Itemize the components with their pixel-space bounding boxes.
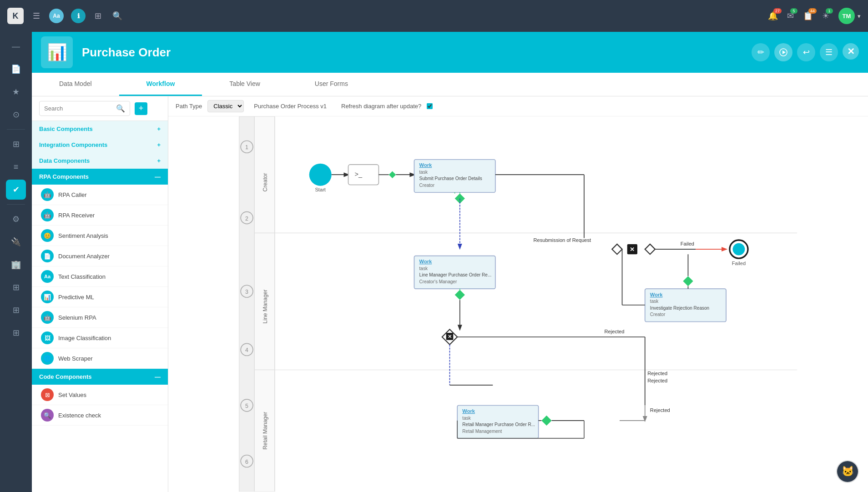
basic-components-expand-icon: + (157, 126, 161, 132)
data-components-expand-icon: + (157, 157, 161, 164)
sidebar-settings-icon[interactable]: ⊙ (6, 105, 26, 125)
svg-text:Line Manager Purchase Order Re: Line Manager Purchase Order Re... (419, 272, 492, 277)
sidebar-favorites-icon[interactable]: ★ (6, 82, 26, 102)
svg-text:✕: ✕ (448, 334, 452, 339)
svg-marker-44 (612, 244, 622, 254)
path-type-select[interactable]: Classic (207, 100, 244, 112)
edit-button[interactable]: ✏ (752, 43, 770, 61)
tab-data-model[interactable]: Data Model (32, 73, 119, 96)
sidebar-grid-icon[interactable]: ⊞ (6, 134, 26, 154)
svg-text:2: 2 (245, 216, 248, 222)
component-set-values[interactable]: ⊠ Set Values (32, 385, 168, 405)
clipboard-icon[interactable]: 📋 44 (803, 11, 813, 21)
code-components-label: Code Components (39, 373, 92, 380)
integration-components-header[interactable]: Integration Components + (32, 137, 168, 153)
mail-icon[interactable]: ✉ 5 (787, 11, 794, 21)
svg-text:5: 5 (245, 403, 248, 409)
svg-text:Retail Manager: Retail Manager (262, 412, 268, 450)
image-classification-icon: 🖼 (41, 331, 54, 344)
component-document-analyzer[interactable]: 📄 Document Analyzer (32, 246, 168, 266)
tab-table-view[interactable]: Table View (202, 73, 287, 96)
user-avatar-aa[interactable]: Aa (49, 9, 64, 23)
component-rpa-receiver[interactable]: 🤖 RPA Receiver (32, 205, 168, 226)
tab-workflow[interactable]: Workflow (119, 73, 202, 96)
user-profile[interactable]: TM ▾ (838, 8, 861, 24)
app-header: 📊 Purchase Order ✏ ↩ ☰ ✕ (32, 32, 868, 73)
menu-button[interactable]: ☰ (820, 43, 838, 61)
svg-text:task: task (462, 416, 471, 421)
selenium-rpa-icon: 🤖 (41, 311, 54, 324)
component-predictive-ml[interactable]: 📊 Predictive ML (32, 287, 168, 307)
svg-text:Investigate Rejection Reason: Investigate Rejection Reason (650, 306, 709, 311)
svg-text:Submit Purchase Order Details: Submit Purchase Order Details (419, 176, 482, 181)
component-selenium-rpa[interactable]: 🤖 Selenium RPA (32, 307, 168, 328)
sidebar-pages-icon[interactable]: 📄 (6, 59, 26, 79)
rpa-components-header[interactable]: RPA Components — (32, 169, 168, 185)
sidebar-layers-icon[interactable]: ≡ (6, 157, 26, 177)
svg-text:Creator: Creator (650, 312, 666, 317)
grid-icon[interactable]: ⊞ (93, 9, 103, 23)
tab-user-forms[interactable]: User Forms (288, 73, 375, 96)
svg-text:Rejected: Rejected (650, 407, 670, 413)
content-area: 📊 Purchase Order ✏ ↩ ☰ ✕ Data Model Work… (32, 32, 868, 492)
svg-text:Retail Management: Retail Management (462, 429, 502, 434)
data-components-header[interactable]: Data Components + (32, 153, 168, 169)
hamburger-icon[interactable]: ☰ (31, 9, 42, 23)
component-text-classification[interactable]: Aa Text Classification (32, 266, 168, 287)
sidebar-apps-icon[interactable]: ⊞ (6, 277, 26, 297)
search-nav-icon[interactable]: 🔍 (111, 9, 124, 23)
sidebar-apps3-icon[interactable]: ⊞ (6, 323, 26, 343)
chat-bubble-avatar: 🐱 (837, 461, 858, 482)
sidebar-apps2-icon[interactable]: ⊞ (6, 300, 26, 320)
search-input[interactable] (44, 105, 113, 112)
component-sentiment-analysis[interactable]: 😊 Sentiment Analysis (32, 226, 168, 246)
rpa-caller-icon: 🤖 (41, 188, 54, 201)
code-components-list: ⊠ Set Values 🔍 Existence check (32, 385, 168, 426)
app-header-icon: 📊 (41, 36, 73, 68)
chat-bubble[interactable]: 🐱 (836, 460, 859, 483)
svg-marker-29 (389, 171, 396, 178)
rpa-receiver-icon: 🤖 (41, 209, 54, 221)
left-panel: 🔍 + Basic Components + Integration Compo… (32, 96, 168, 492)
svg-text:Failed: Failed (732, 261, 746, 266)
component-web-scraper[interactable]: 🌐 Web Scraper (32, 348, 168, 369)
app-logo[interactable]: K (7, 8, 24, 24)
close-button[interactable]: ✕ (843, 43, 859, 60)
document-analyzer-icon: 📄 (41, 250, 54, 262)
revert-button[interactable]: ↩ (797, 43, 815, 61)
sidebar-collapse-icon[interactable]: — (6, 36, 26, 56)
run-button[interactable] (774, 43, 792, 61)
sidebar-separator-2 (7, 204, 25, 205)
sidebar-org-icon[interactable]: 🏢 (6, 255, 26, 275)
component-rpa-caller[interactable]: 🤖 RPA Caller (32, 185, 168, 205)
tabs-bar: Data Model Workflow Table View User Form… (32, 73, 868, 96)
sun-icon[interactable]: ☀ 1 (822, 11, 829, 21)
svg-rect-5 (239, 116, 254, 492)
svg-text:4: 4 (245, 347, 248, 353)
diagram-area: Path Type Classic Purchase Order Process… (168, 96, 868, 492)
refresh-checkbox[interactable] (427, 103, 433, 109)
code-components-header[interactable]: Code Components — (32, 369, 168, 385)
sidebar-config-icon[interactable]: ⚙ (6, 209, 26, 229)
sentiment-analysis-icon: 😊 (41, 229, 54, 242)
integration-components-expand-icon: + (157, 141, 161, 148)
component-image-classification[interactable]: 🖼 Image Classification (32, 328, 168, 348)
sidebar-check-icon[interactable]: ✔ (6, 180, 26, 200)
svg-text:task: task (419, 170, 428, 175)
notification-bell[interactable]: 🔔 27 (768, 11, 778, 21)
search-box: 🔍 (39, 101, 130, 116)
sidebar-plugin-icon[interactable]: 🔌 (6, 232, 26, 252)
info-badge[interactable]: ℹ (71, 9, 86, 23)
basic-components-header[interactable]: Basic Components + (32, 121, 168, 137)
predictive-ml-icon: 📊 (41, 291, 54, 303)
start-node[interactable] (309, 164, 332, 186)
workflow-diagram: 1 2 3 4 5 6 Creator Line Manager Retail … (168, 116, 868, 492)
workflow-content: 🔍 + Basic Components + Integration Compo… (32, 96, 868, 492)
svg-text:task: task (650, 299, 659, 304)
svg-text:Failed: Failed (681, 241, 694, 246)
svg-text:1: 1 (245, 144, 248, 151)
component-existence-check[interactable]: 🔍 Existence check (32, 405, 168, 426)
svg-text:Creator's Manager: Creator's Manager (419, 279, 457, 284)
add-component-button[interactable]: + (135, 102, 147, 115)
workflow-toolbar: 🔍 + (32, 96, 168, 121)
